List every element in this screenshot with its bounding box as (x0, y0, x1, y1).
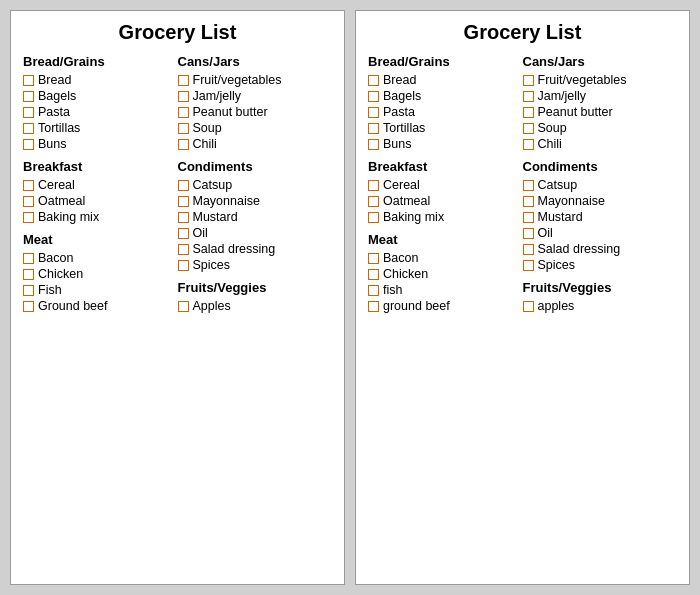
list-item[interactable]: Soup (523, 121, 673, 135)
checkbox-icon[interactable] (368, 285, 379, 296)
list-item[interactable]: Bacon (368, 251, 518, 265)
checkbox-icon[interactable] (523, 107, 534, 118)
list-item[interactable]: Bagels (23, 89, 173, 103)
checkbox-icon[interactable] (368, 107, 379, 118)
list-item[interactable]: Bagels (368, 89, 518, 103)
list-item[interactable]: Peanut butter (178, 105, 328, 119)
checkbox-icon[interactable] (23, 253, 34, 264)
list-item[interactable]: Fish (23, 283, 173, 297)
list-item[interactable]: Oatmeal (23, 194, 173, 208)
list-item[interactable]: Jam/jelly (178, 89, 328, 103)
checkbox-icon[interactable] (523, 139, 534, 150)
list-item[interactable]: Chicken (368, 267, 518, 281)
list-item[interactable]: Mayonnaise (523, 194, 673, 208)
checkbox-icon[interactable] (368, 196, 379, 207)
item-label: Cereal (38, 178, 75, 192)
list-item[interactable]: Fruit/vegetables (178, 73, 328, 87)
checkbox-icon[interactable] (178, 123, 189, 134)
list-item[interactable]: Bread (368, 73, 518, 87)
list-item[interactable]: Pasta (368, 105, 518, 119)
list-item[interactable]: Salad dressing (178, 242, 328, 256)
checkbox-icon[interactable] (178, 260, 189, 271)
checkbox-icon[interactable] (178, 212, 189, 223)
list-item[interactable]: Chili (178, 137, 328, 151)
list-item[interactable]: apples (523, 299, 673, 313)
list-item[interactable]: Oil (523, 226, 673, 240)
checkbox-icon[interactable] (178, 301, 189, 312)
list-item[interactable]: Bacon (23, 251, 173, 265)
checkbox-icon[interactable] (523, 180, 534, 191)
checkbox-icon[interactable] (178, 228, 189, 239)
list-item[interactable]: Bread (23, 73, 173, 87)
checkbox-icon[interactable] (368, 212, 379, 223)
item-label: Buns (38, 137, 67, 151)
list-item[interactable]: Pasta (23, 105, 173, 119)
checkbox-icon[interactable] (523, 123, 534, 134)
list-item[interactable]: Oil (178, 226, 328, 240)
list-item[interactable]: Spices (178, 258, 328, 272)
list-item[interactable]: Chicken (23, 267, 173, 281)
checkbox-icon[interactable] (523, 301, 534, 312)
list-item[interactable]: Salad dressing (523, 242, 673, 256)
checkbox-icon[interactable] (23, 139, 34, 150)
checkbox-icon[interactable] (23, 75, 34, 86)
checkbox-icon[interactable] (368, 269, 379, 280)
list-item[interactable]: Tortillas (23, 121, 173, 135)
checkbox-icon[interactable] (523, 228, 534, 239)
checkbox-icon[interactable] (23, 180, 34, 191)
list-item[interactable]: Baking mix (23, 210, 173, 224)
list-item[interactable]: fish (368, 283, 518, 297)
checkbox-icon[interactable] (368, 301, 379, 312)
checkbox-icon[interactable] (23, 212, 34, 223)
list-item[interactable]: Buns (368, 137, 518, 151)
list-item[interactable]: Chili (523, 137, 673, 151)
checkbox-icon[interactable] (523, 196, 534, 207)
checkbox-icon[interactable] (178, 107, 189, 118)
checkbox-icon[interactable] (178, 75, 189, 86)
list-item[interactable]: Baking mix (368, 210, 518, 224)
checkbox-icon[interactable] (523, 75, 534, 86)
checkbox-icon[interactable] (523, 212, 534, 223)
checkbox-icon[interactable] (178, 180, 189, 191)
checkbox-icon[interactable] (523, 244, 534, 255)
list-item[interactable]: Peanut butter (523, 105, 673, 119)
checkbox-icon[interactable] (23, 123, 34, 134)
checkbox-icon[interactable] (178, 244, 189, 255)
item-label: Soup (193, 121, 222, 135)
checkbox-icon[interactable] (368, 139, 379, 150)
list-item[interactable]: Apples (178, 299, 328, 313)
checkbox-icon[interactable] (23, 301, 34, 312)
list-item[interactable]: Catsup (178, 178, 328, 192)
checkbox-icon[interactable] (368, 253, 379, 264)
checkbox-icon[interactable] (23, 196, 34, 207)
checkbox-icon[interactable] (523, 260, 534, 271)
checkbox-icon[interactable] (23, 91, 34, 102)
checkbox-icon[interactable] (523, 91, 534, 102)
list-item[interactable]: Ground beef (23, 299, 173, 313)
list-item[interactable]: Mustard (178, 210, 328, 224)
list-item[interactable]: Tortillas (368, 121, 518, 135)
list-item[interactable]: Soup (178, 121, 328, 135)
list-item[interactable]: Cereal (23, 178, 173, 192)
list-item[interactable]: Jam/jelly (523, 89, 673, 103)
list-item[interactable]: Cereal (368, 178, 518, 192)
list-item[interactable]: Spices (523, 258, 673, 272)
checkbox-icon[interactable] (368, 180, 379, 191)
list-item[interactable]: Catsup (523, 178, 673, 192)
list-item[interactable]: Oatmeal (368, 194, 518, 208)
checkbox-icon[interactable] (178, 139, 189, 150)
list-item[interactable]: Mayonnaise (178, 194, 328, 208)
checkbox-icon[interactable] (23, 107, 34, 118)
list-item[interactable]: Buns (23, 137, 173, 151)
item-label: Oatmeal (383, 194, 430, 208)
checkbox-icon[interactable] (368, 123, 379, 134)
checkbox-icon[interactable] (178, 91, 189, 102)
checkbox-icon[interactable] (368, 91, 379, 102)
list-item[interactable]: Fruit/vegetables (523, 73, 673, 87)
list-item[interactable]: Mustard (523, 210, 673, 224)
list-item[interactable]: ground beef (368, 299, 518, 313)
checkbox-icon[interactable] (23, 285, 34, 296)
checkbox-icon[interactable] (23, 269, 34, 280)
checkbox-icon[interactable] (178, 196, 189, 207)
checkbox-icon[interactable] (368, 75, 379, 86)
